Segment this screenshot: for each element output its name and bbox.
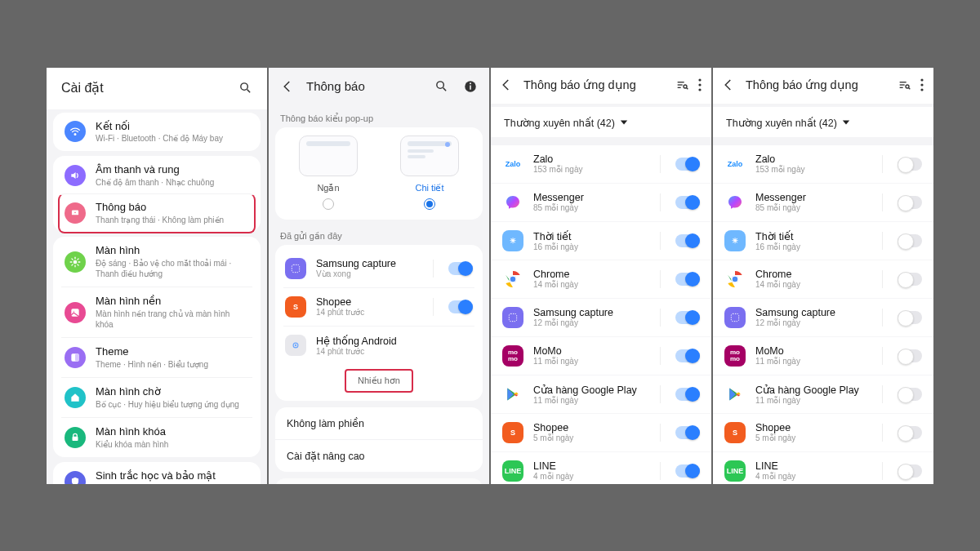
- app-title: Shopee: [316, 296, 423, 308]
- settings-group: Sinh trắc học và bảo mật Nhận diện khuôn…: [53, 462, 261, 484]
- app-notification-row[interactable]: momo MoMo 11 mỗi ngày: [713, 336, 933, 375]
- more-menu-button[interactable]: [917, 75, 927, 95]
- app-notification-row[interactable]: LINE LINE 4 mỗi ngày: [713, 451, 933, 484]
- frequency-dropdown[interactable]: Thường xuyên nhất (42): [713, 107, 933, 145]
- app-notification-row[interactable]: Chrome 14 mỗi ngày: [713, 260, 933, 298]
- settings-group: Âm thanh và rung Chế độ âm thanh · Nhạc …: [53, 156, 261, 232]
- app-subtitle: Vừa xong: [316, 269, 423, 278]
- toggle-switch[interactable]: [448, 262, 473, 275]
- app-icon: [502, 192, 523, 213]
- toggle-switch[interactable]: [898, 464, 922, 478]
- recent-app-row[interactable]: Hệ thống Android 14 phút trước: [283, 326, 474, 364]
- app-notification-row[interactable]: ☀ Thời tiết 16 mỗi ngày: [713, 221, 933, 260]
- app-notification-row[interactable]: Messenger 85 mỗi ngày: [491, 183, 711, 221]
- settings-item-title: Âm thanh và rung: [96, 163, 249, 177]
- app-row-text: Thời tiết 16 mỗi ngày: [533, 230, 650, 251]
- settings-item--m-thanh-v-rung[interactable]: Âm thanh và rung Chế độ âm thanh · Nhạc …: [61, 156, 252, 195]
- toggle-switch[interactable]: [675, 349, 700, 362]
- app-notification-row[interactable]: ☀ Thời tiết 16 mỗi ngày: [491, 221, 711, 260]
- app-notification-row[interactable]: Samsung capture 12 mỗi ngày: [491, 298, 711, 336]
- app-notification-row[interactable]: S Shopee 5 mỗi ngày: [491, 413, 711, 451]
- toggle-switch[interactable]: [448, 300, 473, 313]
- toggle-switch[interactable]: [675, 234, 700, 247]
- toggle-switch[interactable]: [675, 464, 700, 478]
- search-button[interactable]: [431, 76, 452, 96]
- info-button[interactable]: [460, 76, 481, 97]
- settings-item-m-n-h-nh-ch-[interactable]: Màn hình chờ Bố cục · Huy hiệu biểu tượn…: [61, 377, 252, 417]
- toggle-switch[interactable]: [898, 388, 922, 401]
- toggle-switch[interactable]: [898, 426, 922, 439]
- app-notification-row[interactable]: Messenger 85 mỗi ngày: [713, 183, 933, 221]
- app-subtitle: 153 mỗi ngày: [533, 165, 650, 174]
- popup-option[interactable]: Chi tiết: [385, 136, 474, 210]
- app-subtitle: 4 mỗi ngày: [533, 472, 650, 481]
- settings-item-icon: [65, 471, 86, 484]
- settings-item-title: Kết nối: [96, 120, 249, 134]
- app-row-text: Chrome 14 mỗi ngày: [533, 269, 650, 289]
- more-menu-button[interactable]: [695, 75, 705, 95]
- popup-option[interactable]: Ngắn: [283, 136, 373, 210]
- notifications-screen: Thông báo Thông báo kiểu pop-up Ngắn Chi…: [269, 68, 489, 484]
- popup-preview: [400, 136, 459, 176]
- settings-item-m-n-h-nh-n-n[interactable]: Màn hình nền Màn hình nền trang chủ và m…: [61, 287, 252, 337]
- settings-item-m-n-h-nh-kh-a[interactable]: Màn hình khóa Kiểu khóa màn hình: [61, 417, 252, 457]
- radio-button[interactable]: [323, 198, 334, 210]
- toggle-switch[interactable]: [675, 388, 700, 401]
- app-notifications-header: Thông báo ứng dụng: [713, 68, 933, 107]
- svg-line-20: [443, 88, 447, 91]
- frequency-dropdown[interactable]: Thường xuyên nhất (42): [491, 107, 711, 145]
- settings-item-icon: [65, 427, 86, 448]
- toggle-switch[interactable]: [675, 311, 700, 324]
- settings-item-k-t-n-i[interactable]: Kết nối Wi-Fi · Bluetooth · Chế độ Máy b…: [61, 113, 252, 152]
- filter-button[interactable]: [672, 75, 692, 95]
- back-button[interactable]: [277, 76, 298, 97]
- app-icon: [502, 307, 523, 328]
- app-notification-row[interactable]: S Shopee 5 mỗi ngày: [713, 413, 933, 451]
- settings-item-title: Thông báo: [96, 201, 249, 215]
- toggle-switch[interactable]: [898, 158, 922, 171]
- settings-item-m-n-h-nh[interactable]: Màn hình Độ sáng · Bảo vệ cho mắt thoải …: [61, 237, 252, 287]
- app-notification-row[interactable]: Zalo Zalo 153 mỗi ngày: [713, 145, 933, 183]
- toggle-switch[interactable]: [675, 273, 700, 286]
- back-button[interactable]: [718, 74, 739, 96]
- app-notification-row[interactable]: Cửa hàng Google Play 11 mỗi ngày: [713, 375, 933, 413]
- toggle-switch[interactable]: [675, 426, 700, 439]
- app-notification-row[interactable]: momo MoMo 11 mỗi ngày: [491, 336, 711, 375]
- toggle-switch[interactable]: [675, 196, 700, 209]
- svg-rect-22: [470, 85, 471, 89]
- settings-item[interactable]: Cài đặt nâng cao: [275, 439, 483, 472]
- toggle-switch[interactable]: [675, 158, 700, 171]
- app-notification-row[interactable]: Zalo Zalo 153 mỗi ngày: [491, 145, 711, 183]
- app-subtitle: 11 mỗi ngày: [755, 396, 872, 405]
- app-notification-row[interactable]: Chrome 14 mỗi ngày: [491, 260, 711, 298]
- app-subtitle: 12 mỗi ngày: [533, 318, 650, 327]
- divider: [660, 232, 661, 250]
- svg-point-0: [241, 82, 248, 90]
- toggle-switch[interactable]: [898, 311, 922, 324]
- settings-item-subtitle: Độ sáng · Bảo vệ cho mắt thoải mái · Tha…: [96, 258, 249, 279]
- settings-item[interactable]: Không làm phiền: [275, 407, 483, 439]
- toggle-switch[interactable]: [898, 349, 922, 362]
- app-notification-row[interactable]: Samsung capture 12 mỗi ngày: [713, 298, 933, 336]
- back-button[interactable]: [496, 74, 517, 96]
- app-icon: [724, 269, 746, 290]
- app-notification-row[interactable]: Cửa hàng Google Play 11 mỗi ngày: [491, 375, 711, 413]
- app-notification-row[interactable]: LINE LINE 4 mỗi ngày: [491, 451, 711, 484]
- recent-app-row[interactable]: Samsung capture Vừa xong: [283, 250, 474, 287]
- filter-button[interactable]: [894, 75, 914, 95]
- toggle-switch[interactable]: [898, 273, 922, 286]
- toggle-switch[interactable]: [898, 196, 922, 209]
- app-icon: S: [502, 422, 523, 443]
- search-button[interactable]: [235, 78, 256, 98]
- more-button[interactable]: Nhiều hơn: [345, 369, 413, 393]
- svg-point-34: [698, 88, 701, 91]
- search-icon: [238, 81, 252, 95]
- settings-item-sinh-tr-c-h-c-v-b-o-m-t[interactable]: Sinh trắc học và bảo mật Nhận diện khuôn…: [61, 462, 252, 484]
- app-title: MoMo: [533, 345, 650, 357]
- settings-item-th-ng-b-o[interactable]: Thông báo Thanh trạng thái · Không làm p…: [58, 193, 256, 233]
- toggle-switch[interactable]: [898, 234, 922, 247]
- recent-app-row[interactable]: S Shopee 14 phút trước: [283, 287, 474, 326]
- settings-item-theme[interactable]: Theme Theme · Hình nền · Biểu tượng: [61, 337, 252, 377]
- back-icon: [280, 79, 295, 94]
- radio-button[interactable]: [424, 198, 435, 210]
